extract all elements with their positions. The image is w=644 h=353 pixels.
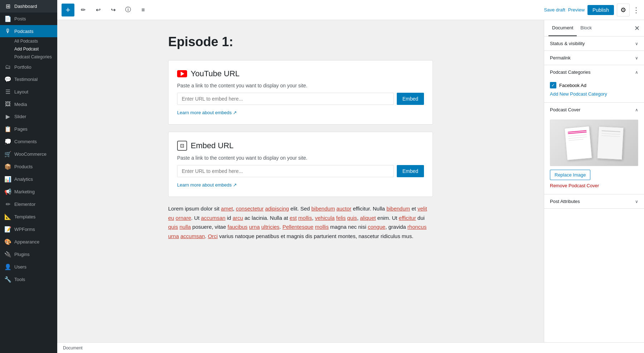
lorem-link-arcu[interactable]: arcu: [233, 215, 243, 221]
redo-button[interactable]: ↪: [107, 4, 119, 16]
list-view-button[interactable]: ≡: [137, 4, 150, 16]
sidebar-item-appearance[interactable]: 🎨 Appearance: [0, 236, 57, 248]
tab-document[interactable]: Document: [548, 20, 577, 36]
lorem-link-consectetur[interactable]: consectetur: [236, 205, 264, 212]
lorem-link-faucibus[interactable]: faucibus: [228, 224, 248, 230]
sidebar-item-dashboard[interactable]: ⊞ Dashboard: [0, 0, 57, 13]
cover-mockup: [550, 120, 638, 166]
lorem-link-aliquet[interactable]: aliquet: [360, 215, 376, 221]
settings-button[interactable]: ⚙: [617, 4, 630, 16]
media-icon: 🖼: [4, 101, 11, 107]
youtube-embed-button[interactable]: Embed: [397, 93, 424, 105]
wpforms-icon: 📝: [4, 226, 11, 233]
products-icon: 📦: [4, 163, 11, 170]
lorem-link-ultricies[interactable]: ultricies: [261, 224, 279, 230]
youtube-url-input[interactable]: [177, 93, 394, 105]
sidebar-item-templates[interactable]: 📐 Templates: [0, 211, 57, 223]
embed-input-row: Embed: [177, 165, 424, 177]
save-draft-button[interactable]: Save draft: [544, 7, 565, 13]
editor: Episode 1: YouTube URL Paste a link to t…: [57, 20, 544, 342]
lorem-link-felis[interactable]: felis: [336, 215, 346, 221]
podcast-categories-body: ✓ Facebook Ad Add New Podcast Category: [544, 79, 644, 102]
section-post-attributes-header[interactable]: Post Attributes ∨: [544, 194, 644, 208]
panel-close-button[interactable]: ✕: [634, 20, 640, 36]
lorem-link-bibendum[interactable]: bibendum: [311, 205, 335, 212]
remove-podcast-cover-link[interactable]: Remove Podcast Cover: [550, 183, 599, 188]
podcasts-arrow: [54, 28, 57, 34]
sidebar-item-posts[interactable]: 📄 Posts: [0, 13, 57, 25]
tab-block[interactable]: Block: [577, 20, 595, 36]
lorem-link-urna[interactable]: urna: [249, 224, 260, 230]
embed-url-input[interactable]: [177, 165, 394, 177]
sidebar-item-tools[interactable]: 🔧 Tools: [0, 273, 57, 286]
facebook-ad-checkbox[interactable]: ✓: [550, 82, 556, 88]
section-podcast-cover-header[interactable]: Podcast Cover ∧: [544, 103, 644, 117]
lorem-link-pellentesque[interactable]: Pellentesque: [282, 224, 313, 230]
lorem-link-accumsan2[interactable]: accumsan: [180, 233, 205, 239]
sidebar-item-portfolio[interactable]: 🗂 Portfolio: [0, 61, 57, 73]
lorem-link-auctor[interactable]: auctor: [336, 205, 351, 212]
add-new-podcast-category-link[interactable]: Add New Podcast Category: [550, 91, 607, 97]
sidebar-item-plugins[interactable]: 🔌 Plugins: [0, 248, 57, 261]
lorem-link-nulla[interactable]: nulla: [180, 224, 191, 230]
preview-button[interactable]: Preview: [568, 7, 585, 13]
sidebar-item-media[interactable]: 🖼 Media: [0, 98, 57, 110]
tools-button[interactable]: ✏: [77, 4, 89, 16]
dashboard-icon: ⊞: [4, 3, 11, 10]
youtube-block-title: YouTube URL: [191, 69, 240, 78]
info-button[interactable]: ⓘ: [122, 4, 135, 16]
testimonial-icon: 💬: [4, 76, 11, 83]
slider-icon: ▶: [4, 113, 11, 120]
lorem-link-rhoncus[interactable]: rhoncus: [408, 224, 426, 230]
embed-learn-more-link[interactable]: Learn more about embeds ↗: [177, 182, 237, 188]
sidebar-item-elementor[interactable]: ✏ Elementor: [0, 198, 57, 211]
podcast-cover-image[interactable]: [550, 120, 638, 166]
lorem-link-mollis[interactable]: mollis: [298, 215, 312, 221]
lorem-link-adipiscing[interactable]: adipiscing: [265, 205, 289, 212]
sidebar-item-testimonial[interactable]: 💬 Testimonial: [0, 73, 57, 86]
lorem-link-congue[interactable]: congue: [368, 224, 385, 230]
publish-button[interactable]: Publish: [587, 5, 614, 15]
sidebar-sub-all-podcasts[interactable]: All Podcasts: [0, 37, 57, 45]
sidebar-item-wpforms[interactable]: 📝 WPForms: [0, 223, 57, 236]
post-title[interactable]: Episode 1:: [168, 34, 433, 49]
lorem-link-efficitur[interactable]: efficitur: [399, 215, 416, 221]
sidebar-item-analytics[interactable]: 📊 Analytics: [0, 173, 57, 185]
sidebar-item-pages[interactable]: 📋 Pages: [0, 123, 57, 135]
elementor-icon: ✏: [4, 201, 11, 208]
lorem-link-amet[interactable]: amet: [221, 205, 233, 212]
embed-button[interactable]: Embed: [397, 165, 424, 177]
sidebar-item-slider[interactable]: ▶ Slider: [0, 110, 57, 123]
sidebar-item-woocommerce[interactable]: 🛒 WooCommerce: [0, 148, 57, 160]
sidebar-item-users[interactable]: 👤 Users: [0, 261, 57, 273]
more-options-button[interactable]: ⋮: [633, 6, 640, 14]
sidebar-item-products[interactable]: 📦 Products: [0, 160, 57, 173]
lorem-link-urna2[interactable]: urna: [168, 233, 179, 239]
sidebar-item-comments[interactable]: 💭 Comments: [0, 135, 57, 148]
lorem-link-bibendum2[interactable]: bibendum: [386, 205, 410, 212]
sidebar-item-podcasts[interactable]: 🎙 Podcasts: [0, 25, 57, 37]
lorem-link-quis[interactable]: quis: [347, 215, 357, 221]
lorem-link-orci[interactable]: Orci: [208, 233, 218, 239]
lorem-link-quis2[interactable]: quis: [168, 224, 178, 230]
sidebar-sub-podcast-categories[interactable]: Podcast Categories: [0, 53, 57, 61]
lorem-link-accumsan[interactable]: accumsan: [201, 215, 225, 221]
section-status-visibility-header[interactable]: Status & visibility ∨: [544, 37, 644, 50]
undo-button[interactable]: ↩: [92, 4, 104, 16]
section-podcast-categories-header[interactable]: Podcast Categories ∧: [544, 65, 644, 79]
sidebar-sub-add-podcast[interactable]: Add Podcast: [0, 45, 57, 53]
lorem-link-eu[interactable]: eu: [168, 215, 174, 221]
lorem-link-velit[interactable]: velit: [418, 205, 427, 212]
section-permalink-header[interactable]: Permalink ∨: [544, 51, 644, 65]
lorem-link-ornare[interactable]: ornare: [176, 215, 191, 221]
lorem-link-vehicula[interactable]: vehicula: [315, 215, 335, 221]
youtube-learn-more-link[interactable]: Learn more about embeds ↗: [177, 110, 237, 115]
add-block-button[interactable]: +: [62, 4, 74, 16]
lorem-link-mollis2[interactable]: mollis: [315, 224, 328, 230]
sidebar-item-layout[interactable]: ☰ Layout: [0, 86, 57, 98]
replace-image-button[interactable]: Replace Image: [550, 170, 590, 180]
lorem-link-est[interactable]: est: [289, 215, 297, 221]
sidebar-item-marketing[interactable]: 📢 Marketing: [0, 185, 57, 198]
pages-icon: 📋: [4, 126, 11, 132]
youtube-embed-block: YouTube URL Paste a link to the content …: [168, 60, 433, 125]
